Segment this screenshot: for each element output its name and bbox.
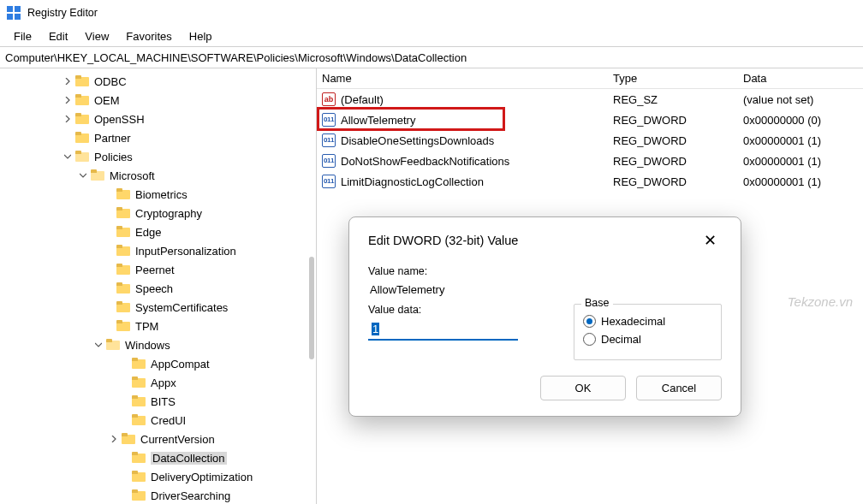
header-type[interactable]: Type bbox=[613, 72, 743, 85]
ok-button[interactable]: OK bbox=[540, 376, 626, 400]
folder-icon bbox=[116, 282, 130, 294]
folder-icon bbox=[106, 339, 120, 351]
tree-node[interactable]: DriverSearching bbox=[0, 486, 312, 504]
value-name-label: Value name: bbox=[368, 265, 722, 277]
value-data: 0x00000001 (1) bbox=[743, 155, 863, 168]
tree-node-label: DeliveryOptimization bbox=[151, 471, 253, 483]
folder-icon bbox=[91, 169, 104, 181]
close-icon[interactable]: ✕ bbox=[699, 229, 722, 252]
tree-node[interactable]: AppCompat bbox=[0, 354, 312, 373]
folder-icon bbox=[75, 151, 89, 163]
radio-dec[interactable] bbox=[583, 333, 596, 346]
menu-edit[interactable]: Edit bbox=[40, 27, 76, 45]
value-type: REG_DWORD bbox=[613, 114, 743, 127]
tree-node[interactable]: OEM bbox=[0, 91, 312, 110]
tree-node[interactable]: Speech bbox=[0, 279, 312, 298]
dialog-title: Edit DWORD (32-bit) Value bbox=[368, 234, 518, 247]
tree-node[interactable]: Biometrics bbox=[0, 185, 312, 204]
value-type: REG_DWORD bbox=[613, 175, 743, 188]
menu-help[interactable]: Help bbox=[181, 27, 221, 45]
tree-node[interactable]: ODBC bbox=[0, 72, 312, 91]
value-name-field[interactable]: AllowTelemetry bbox=[368, 281, 719, 299]
base-legend: Base bbox=[581, 297, 613, 309]
folder-icon bbox=[132, 452, 146, 464]
list-row[interactable]: 011LimitDiagnosticLogCollectionREG_DWORD… bbox=[317, 171, 863, 192]
tree-node-label: SystemCertificates bbox=[135, 301, 228, 314]
tree-node[interactable]: Cryptography bbox=[0, 204, 312, 222]
value-data: (value not set) bbox=[743, 93, 863, 106]
folder-icon bbox=[116, 188, 130, 200]
menu-file[interactable]: File bbox=[5, 27, 40, 45]
expander-icon[interactable] bbox=[62, 116, 74, 122]
folder-icon bbox=[116, 226, 130, 238]
expander-icon[interactable] bbox=[62, 153, 74, 160]
tree-node[interactable]: Policies bbox=[0, 147, 312, 166]
radio-dec-row[interactable]: Decimal bbox=[583, 333, 712, 346]
value-data-field[interactable]: 1 bbox=[368, 319, 518, 341]
tree-node[interactable]: OpenSSH bbox=[0, 110, 312, 128]
expander-icon[interactable] bbox=[62, 97, 74, 104]
list-row[interactable]: 011DisableOneSettingsDownloadsREG_DWORD0… bbox=[317, 130, 863, 151]
folder-icon bbox=[75, 132, 89, 144]
expander-icon[interactable] bbox=[92, 341, 104, 348]
tree-node[interactable]: Partner bbox=[0, 128, 312, 147]
value-type: REG_DWORD bbox=[613, 155, 743, 168]
tree-node-label: DataCollection bbox=[151, 452, 227, 465]
tree-node-label: Cryptography bbox=[135, 207, 202, 220]
list-row[interactable]: 011AllowTelemetryREG_DWORD0x00000000 (0) bbox=[317, 110, 863, 130]
tree-node[interactable]: TPM bbox=[0, 317, 312, 335]
folder-icon bbox=[116, 320, 130, 332]
menu-view[interactable]: View bbox=[76, 27, 117, 45]
menubar: File Edit View Favorites Help bbox=[0, 26, 863, 46]
tree-node[interactable]: InputPersonalization bbox=[0, 241, 312, 260]
tree-node[interactable]: Edge bbox=[0, 222, 312, 241]
registry-tree[interactable]: ODBCOEMOpenSSHPartnerPoliciesMicrosoftBi… bbox=[0, 72, 316, 504]
radio-hex-row[interactable]: Hexadecimal bbox=[583, 315, 712, 328]
tree-node[interactable]: BITS bbox=[0, 392, 312, 411]
tree-node[interactable]: CurrentVersion bbox=[0, 430, 312, 448]
dword-value-icon: 011 bbox=[322, 175, 336, 188]
folder-icon bbox=[116, 264, 130, 276]
menu-favorites[interactable]: Favorites bbox=[117, 27, 180, 45]
dword-value-icon: 011 bbox=[322, 113, 336, 127]
list-row[interactable]: ab(Default)REG_SZ(value not set) bbox=[317, 89, 863, 110]
value-list[interactable]: ab(Default)REG_SZ(value not set)011Allow… bbox=[317, 89, 863, 192]
tree-node[interactable]: Peernet bbox=[0, 260, 312, 279]
header-name[interactable]: Name bbox=[322, 72, 613, 85]
tree-node[interactable]: Windows bbox=[0, 335, 312, 354]
tree-node-label: Speech bbox=[135, 282, 173, 295]
tree-scrollbar[interactable] bbox=[304, 68, 316, 504]
tree-node[interactable]: Appx bbox=[0, 373, 312, 392]
tree-node[interactable]: DataCollection bbox=[0, 448, 312, 467]
value-name: LimitDiagnosticLogCollection bbox=[341, 175, 484, 188]
radio-hex[interactable] bbox=[583, 315, 596, 328]
tree-node-label: Policies bbox=[94, 151, 133, 163]
expander-icon[interactable] bbox=[62, 78, 74, 85]
tree-node[interactable]: CredUI bbox=[0, 411, 312, 430]
titlebar: Registry Editor bbox=[0, 0, 863, 26]
address-bar[interactable]: Computer\HKEY_LOCAL_MACHINE\SOFTWARE\Pol… bbox=[0, 46, 863, 68]
expander-icon[interactable] bbox=[108, 436, 120, 442]
tree-node[interactable]: Microsoft bbox=[0, 166, 312, 185]
value-type: REG_SZ bbox=[613, 93, 743, 106]
expander-icon[interactable] bbox=[77, 172, 89, 179]
tree-node-label: DriverSearching bbox=[151, 489, 230, 502]
cancel-button[interactable]: Cancel bbox=[636, 376, 722, 400]
list-row[interactable]: 011DoNotShowFeedbackNotificationsREG_DWO… bbox=[317, 151, 863, 171]
tree-node[interactable]: DeliveryOptimization bbox=[0, 467, 312, 486]
folder-icon bbox=[132, 471, 146, 483]
svg-rect-3 bbox=[15, 14, 21, 20]
value-data: 0x00000000 (0) bbox=[743, 114, 863, 127]
dword-value-icon: 011 bbox=[322, 133, 336, 147]
tree-node-label: OEM bbox=[94, 94, 120, 107]
app-title: Registry Editor bbox=[27, 7, 98, 19]
folder-icon bbox=[122, 433, 135, 445]
value-name: AllowTelemetry bbox=[341, 114, 415, 127]
value-data: 0x00000001 (1) bbox=[743, 134, 863, 147]
regedit-icon bbox=[7, 6, 21, 20]
folder-icon bbox=[75, 94, 89, 106]
scrollbar-thumb[interactable] bbox=[309, 257, 314, 359]
tree-node[interactable]: SystemCertificates bbox=[0, 298, 312, 317]
tree-pane: ODBCOEMOpenSSHPartnerPoliciesMicrosoftBi… bbox=[0, 68, 317, 504]
header-data[interactable]: Data bbox=[743, 72, 863, 85]
